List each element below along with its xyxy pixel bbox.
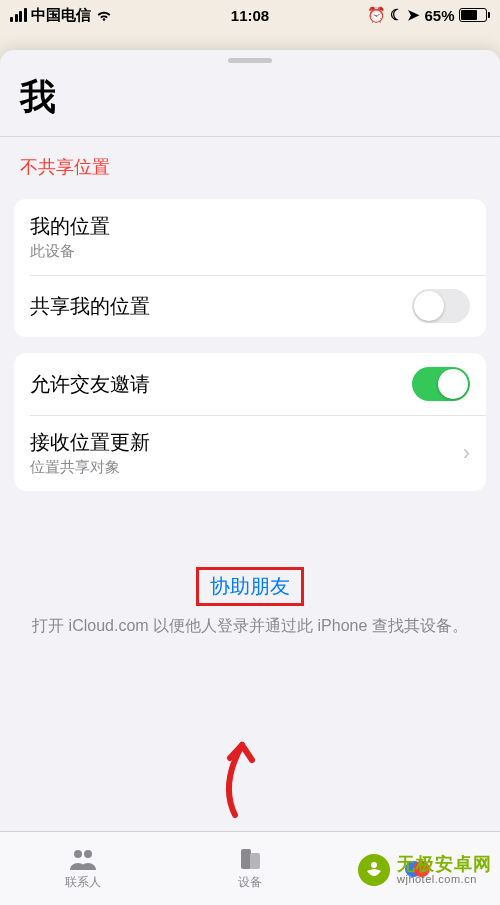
alarm-icon: ⏰: [367, 6, 386, 24]
settings-group-location: 我的位置 此设备 共享我的位置: [14, 199, 486, 337]
not-sharing-label: 不共享位置: [20, 157, 110, 177]
annotation-arrow: [200, 730, 270, 820]
row-sub: 位置共享对象: [30, 458, 150, 477]
status-right: ⏰ ☾ ➤ 65%: [367, 6, 490, 24]
status-left: 中国电信: [10, 6, 113, 25]
contacts-icon: [68, 846, 98, 872]
tab-devices[interactable]: 设备: [167, 832, 334, 905]
devices-icon: [235, 846, 265, 872]
row-title: 共享我的位置: [30, 293, 150, 320]
battery-pct: 65%: [424, 7, 454, 24]
row-title: 我的位置: [30, 213, 110, 240]
me-sheet: 我 不共享位置 我的位置 此设备 共享我的位置 允许交友邀请: [0, 50, 500, 905]
svg-point-7: [371, 862, 377, 868]
svg-point-0: [74, 850, 82, 858]
watermark-url: wjhotel.com.cn: [397, 874, 492, 886]
row-share-my-location[interactable]: 共享我的位置: [14, 275, 486, 337]
watermark: 无极安卓网 wjhotel.com.cn: [357, 853, 492, 887]
status-bar: 中国电信 11:08 ⏰ ☾ ➤ 65%: [0, 0, 500, 30]
row-receive-location-updates[interactable]: 接收位置更新 位置共享对象 ›: [14, 415, 486, 491]
location-icon: ➤: [407, 6, 420, 24]
battery-icon: [459, 8, 491, 22]
dnd-icon: ☾: [390, 6, 403, 24]
signal-icon: [10, 8, 27, 22]
watermark-title: 无极安卓网: [397, 855, 492, 874]
row-title: 接收位置更新: [30, 429, 150, 456]
allow-friend-requests-toggle[interactable]: [412, 367, 470, 401]
carrier-label: 中国电信: [31, 6, 91, 25]
tab-contacts[interactable]: 联系人: [0, 832, 167, 905]
row-allow-friend-requests[interactable]: 允许交友邀请: [14, 353, 486, 415]
sheet-grabber[interactable]: [228, 58, 272, 63]
share-location-toggle[interactable]: [412, 289, 470, 323]
row-sub: 此设备: [30, 242, 110, 261]
svg-rect-2: [241, 849, 251, 869]
tab-label: 设备: [238, 874, 262, 891]
svg-point-1: [84, 850, 92, 858]
watermark-logo-icon: [357, 853, 391, 887]
wifi-icon: [95, 8, 113, 22]
row-title: 允许交友邀请: [30, 371, 150, 398]
help-friend-link[interactable]: 协助朋友: [210, 575, 290, 597]
status-time: 11:08: [231, 7, 269, 24]
page-title: 我: [0, 69, 500, 136]
svg-rect-3: [250, 853, 260, 869]
not-sharing-header: 不共享位置: [0, 137, 500, 191]
help-friend-description: 打开 iCloud.com 以便他人登录并通过此 iPhone 查找其设备。: [28, 614, 472, 637]
tab-label: 联系人: [65, 874, 101, 891]
row-my-location[interactable]: 我的位置 此设备: [14, 199, 486, 275]
settings-group-friends: 允许交友邀请 接收位置更新 位置共享对象 ›: [14, 353, 486, 491]
help-friend-section: 协助朋友 打开 iCloud.com 以便他人登录并通过此 iPhone 查找其…: [0, 499, 500, 637]
chevron-right-icon: ›: [463, 440, 470, 466]
